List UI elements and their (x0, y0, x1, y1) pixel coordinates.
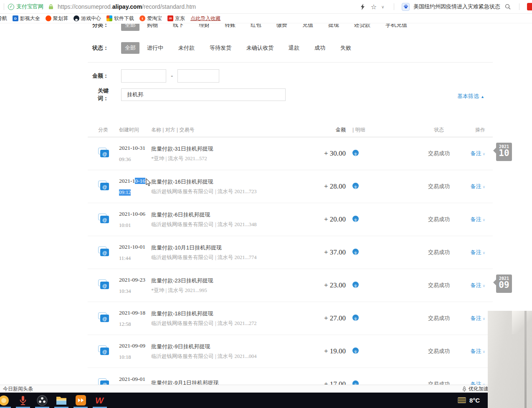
transaction-status: 交易成功 (418, 150, 460, 157)
status-filter-0[interactable]: 全部 (121, 42, 139, 54)
baidu-paw-icon[interactable] (402, 3, 410, 11)
header-action: 操作 (460, 126, 485, 133)
taskbar-folder-icon[interactable] (52, 393, 71, 408)
taskbar-wps-icon[interactable]: W (90, 393, 109, 408)
bookmark-item[interactable]: 游戏中心 (73, 15, 101, 22)
transaction-date: 2021-10-06 (119, 211, 151, 217)
status-filter-4[interactable]: 未确认收货 (246, 42, 274, 54)
header-amount: 金额 (296, 126, 346, 133)
batch-payment-icon (98, 312, 109, 322)
month-badge-2021-10: 2021 10 (496, 143, 512, 161)
transaction-time: 10:34 (119, 288, 131, 295)
category-filter-1[interactable]: 购物 (147, 24, 158, 31)
alipay-detail-icon[interactable] (352, 150, 359, 156)
alipay-detail-icon[interactable] (352, 216, 359, 222)
url-text[interactable]: https://consumeprod.alipay.com/record/st… (58, 3, 196, 10)
transaction-table: 分类 创建时间 名称 | 对方 | 交易号 金额 | 明细 状态 操作 2021… (88, 123, 493, 385)
alipay-detail-icon[interactable] (352, 380, 359, 385)
transaction-amount: + 23.00 (296, 281, 346, 290)
bookmark-star-icon[interactable]: ☆ (370, 3, 377, 10)
transaction-subtitle: 临沂超钱网络服务有限公司 | 流水号 2021...723 (151, 188, 296, 195)
alipay-detail-icon[interactable] (352, 315, 359, 321)
status-filter-2[interactable]: 未付款 (178, 42, 195, 54)
amount-max-input[interactable] (177, 69, 219, 83)
status-filter-7[interactable]: 失败 (340, 42, 351, 54)
chevron-down-icon: ∨ (482, 218, 485, 222)
divider (394, 3, 394, 10)
remark-link[interactable]: 备注∨ (460, 183, 485, 190)
bookmark-item[interactable]: 软件下载 (106, 15, 134, 22)
batch-payment-icon (98, 378, 109, 385)
hot-news-ticker[interactable]: 美国纽约州因疫情进入灾难紧急状态 (413, 3, 500, 10)
divider (4, 3, 4, 10)
status-filter-3[interactable]: 等待发货 (210, 42, 231, 54)
transaction-date: 2021-09-09 (119, 343, 151, 349)
remark-link[interactable]: 备注∨ (460, 249, 485, 256)
category-filter-0[interactable]: 全部 (121, 24, 139, 31)
taskbar-obs-icon[interactable] (33, 393, 52, 408)
transaction-row: 2021-09-09 10:18 批量付款-9日挂机邦提现 临沂超钱网络服务有限… (88, 335, 493, 368)
bookmark-item[interactable]: 点此导入收藏 (190, 15, 220, 22)
bookmark-item[interactable]: JD京东 (167, 15, 185, 22)
amount-min-input[interactable] (121, 69, 166, 83)
bookmark-item[interactable]: 导航 (0, 15, 7, 22)
status-filter-1[interactable]: 进行中 (147, 42, 163, 54)
category-filter-3[interactable]: 理财 (199, 24, 210, 31)
rocket-icon (462, 386, 467, 392)
taskbar-microphone-icon[interactable] (13, 393, 33, 408)
remark-link[interactable]: 备注∨ (460, 216, 485, 223)
chevron-down-icon[interactable]: ∨ (381, 5, 386, 9)
category-filter-7[interactable]: 充值 (302, 24, 313, 31)
input-method-icon[interactable] (458, 397, 466, 403)
transaction-amount: + 37.00 (296, 248, 346, 257)
batch-payment-icon (98, 345, 109, 355)
category-label: 分类： (88, 24, 109, 29)
search-icon[interactable] (504, 3, 512, 10)
transaction-row: 2021-09-18 12:58 批量付款-18日挂机邦提现 临沂超钱网络服务有… (88, 302, 493, 335)
remark-link[interactable]: 备注∨ (460, 380, 485, 385)
remark-link[interactable]: 备注∨ (460, 315, 485, 322)
bookmark-label: 京东 (175, 15, 185, 22)
alipay-detail-icon[interactable] (352, 348, 359, 354)
bookmark-item[interactable]: D影视大全 (13, 15, 40, 22)
header-name: 名称 | 对方 | 交易号 (151, 126, 296, 133)
keyword-input[interactable] (121, 88, 286, 101)
alipay-detail-icon[interactable] (352, 282, 359, 288)
taoorange-bookmark-icon: t (139, 15, 145, 21)
remark-link[interactable]: 备注∨ (460, 150, 485, 157)
month-badge-2021-09: 2021 09 (496, 275, 512, 293)
temperature-label: 8°C (469, 397, 480, 404)
category-filter-6[interactable]: 缴费 (276, 24, 287, 31)
transaction-row: 2021-09-23 10:34 批量付款-23日挂机邦提现 *亚坤 | 流水号… (88, 269, 493, 302)
category-filter-5[interactable]: 红包 (251, 24, 261, 31)
remark-link[interactable]: 备注∨ (460, 282, 485, 289)
category-filter-9[interactable]: 还贷款 (354, 24, 370, 31)
taskbar-bandicam-icon[interactable] (71, 393, 90, 408)
category-filter-4[interactable]: 转账 (225, 24, 236, 31)
remark-link[interactable]: 备注∨ (460, 348, 485, 355)
transaction-title: 批量付款-16日挂机邦提现 (151, 178, 296, 186)
transaction-title: 批量付款-18日挂机邦提现 (151, 310, 296, 317)
bookmark-item[interactable]: t爱淘宝 (139, 15, 162, 22)
browser-extension-icon[interactable] (527, 3, 532, 10)
status-filter-6[interactable]: 成功 (314, 42, 325, 54)
site-verification-badge[interactable]: ✓ 支付宝官网 (8, 3, 43, 10)
flash-speed-icon[interactable] (359, 3, 366, 10)
collapse-arrow-icon: ▲ (481, 95, 484, 99)
batch-payment-icon (98, 280, 109, 290)
transaction-amount: + 30.00 (296, 149, 346, 158)
category-filter-10[interactable]: 手机充值 (385, 24, 407, 31)
alipay-detail-icon[interactable] (352, 183, 359, 189)
news-headline-link[interactable]: 今日新闻头条 (3, 385, 33, 393)
transaction-date: 2021-09-18 (119, 310, 151, 316)
alipay-detail-icon[interactable] (352, 249, 359, 255)
basic-filter-toggle[interactable]: 基本筛选▲ (457, 93, 484, 100)
taskbar-app-circle-icon[interactable] (0, 393, 13, 408)
status-filter-5[interactable]: 退款 (289, 42, 299, 54)
category-filter-8[interactable]: 提现 (328, 24, 339, 31)
category-filter-2[interactable]: 线下 (173, 24, 184, 31)
optimize-accelerate-link[interactable]: 优化加速 (462, 385, 489, 393)
bookmark-label: 点此导入收藏 (190, 15, 220, 22)
bookmark-item[interactable]: 聚划算 (46, 15, 68, 22)
browser-address-bar[interactable]: ✓ 支付宝官网 https://consumeprod.alipay.com/r… (0, 0, 532, 14)
